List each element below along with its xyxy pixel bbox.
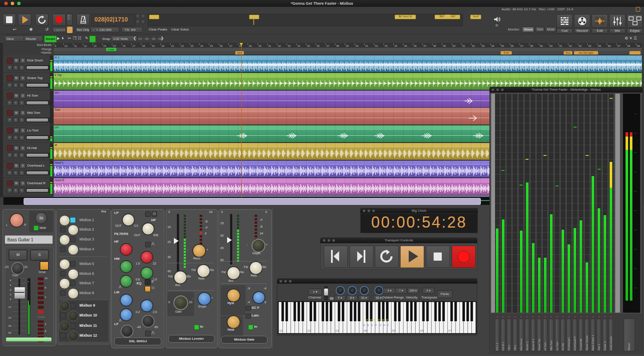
svg-text:35: 35	[307, 45, 310, 47]
svg-text:52: 52	[472, 45, 475, 47]
svg-text:17: 17	[132, 45, 135, 47]
svg-text:62: 62	[569, 45, 572, 47]
svg-text:31: 31	[268, 45, 271, 47]
svg-text:40: 40	[355, 45, 358, 47]
svg-text:18: 18	[142, 45, 145, 47]
svg-text:43: 43	[385, 45, 388, 47]
svg-text:24: 24	[200, 45, 204, 47]
svg-text:64: 64	[589, 45, 592, 47]
svg-text:56: 56	[511, 45, 514, 47]
svg-text:53: 53	[482, 45, 485, 47]
svg-text:39: 39	[346, 45, 349, 47]
svg-text:54: 54	[492, 45, 495, 47]
svg-text:C6: C6	[420, 329, 423, 332]
svg-text:30: 30	[258, 45, 261, 47]
svg-text:C3: C3	[336, 329, 339, 332]
svg-text:37: 37	[326, 45, 329, 47]
svg-text:21: 21	[171, 45, 174, 47]
svg-text:47: 47	[423, 45, 426, 47]
svg-text:44: 44	[395, 45, 398, 47]
svg-text:27: 27	[229, 45, 232, 47]
svg-text:33: 33	[288, 45, 291, 47]
svg-text:61: 61	[559, 45, 562, 47]
svg-text:20: 20	[161, 45, 164, 47]
svg-text:14: 14	[103, 45, 106, 47]
svg-text:46: 46	[414, 45, 417, 47]
svg-text:25: 25	[210, 45, 213, 47]
svg-text:C4: C4	[364, 329, 367, 332]
svg-text:63: 63	[579, 45, 582, 47]
svg-text:36: 36	[317, 45, 320, 47]
svg-text:19: 19	[152, 45, 155, 47]
svg-text:65: 65	[598, 45, 601, 47]
svg-text:C5: C5	[392, 329, 395, 332]
svg-text:13: 13	[94, 45, 97, 47]
svg-text:15: 15	[113, 45, 116, 47]
svg-text:C7: C7	[448, 329, 452, 332]
svg-text:45: 45	[404, 45, 407, 47]
svg-text:22: 22	[181, 45, 184, 47]
svg-text:41: 41	[365, 45, 368, 47]
svg-text:34: 34	[298, 45, 301, 47]
svg-text:48: 48	[433, 45, 436, 47]
svg-text:26: 26	[220, 45, 223, 47]
svg-text:9: 9	[55, 45, 57, 47]
svg-text:68: 68	[627, 45, 630, 47]
svg-text:49: 49	[443, 45, 446, 47]
svg-text:32: 32	[278, 45, 281, 47]
svg-text:55: 55	[501, 45, 504, 47]
svg-text:12: 12	[84, 45, 87, 47]
svg-text:59: 59	[540, 45, 543, 47]
svg-text:C1: C1	[279, 329, 283, 332]
svg-text:42: 42	[375, 45, 378, 47]
svg-text:10: 10	[64, 45, 67, 47]
svg-text:C2: C2	[307, 329, 311, 332]
svg-text:23: 23	[191, 45, 194, 47]
svg-text:67: 67	[617, 45, 620, 47]
svg-text:60: 60	[550, 45, 553, 47]
svg-text:66: 66	[608, 45, 611, 47]
svg-text:51: 51	[462, 45, 465, 47]
svg-text:50: 50	[453, 45, 456, 47]
svg-text:58: 58	[530, 45, 533, 47]
svg-text:16: 16	[123, 45, 126, 47]
svg-text:38: 38	[336, 45, 339, 47]
svg-text:11: 11	[74, 45, 77, 47]
svg-text:29: 29	[249, 45, 252, 47]
svg-text:57: 57	[520, 45, 523, 47]
svg-text:69: 69	[637, 45, 640, 47]
